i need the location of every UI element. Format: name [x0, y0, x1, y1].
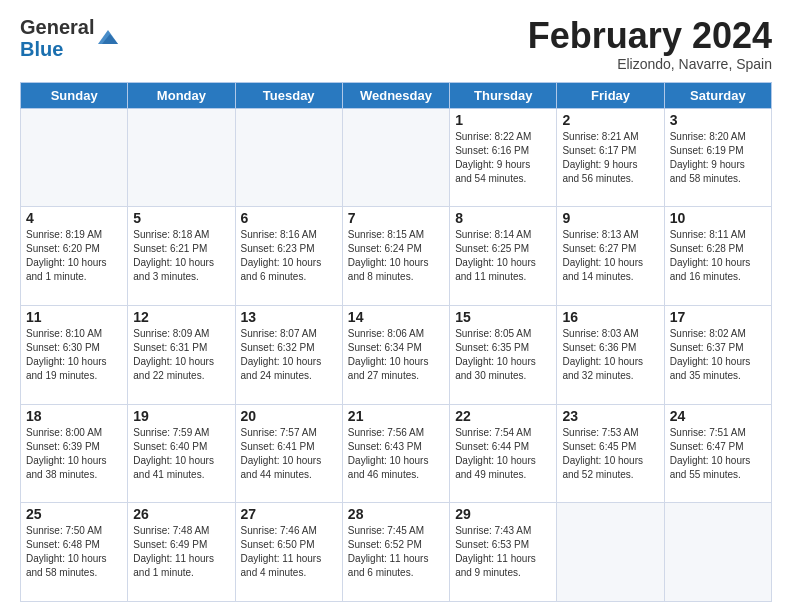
- day-number: 8: [455, 210, 551, 226]
- day-info: Sunrise: 7:59 AMSunset: 6:40 PMDaylight:…: [133, 426, 229, 482]
- calendar-table: Sunday Monday Tuesday Wednesday Thursday…: [20, 82, 772, 602]
- day-number: 23: [562, 408, 658, 424]
- header: General Blue February 2024 Elizondo, Nav…: [20, 16, 772, 72]
- calendar-header-row: Sunday Monday Tuesday Wednesday Thursday…: [21, 82, 772, 108]
- calendar-week-row: 11Sunrise: 8:10 AMSunset: 6:30 PMDayligh…: [21, 305, 772, 404]
- table-row: 18Sunrise: 8:00 AMSunset: 6:39 PMDayligh…: [21, 404, 128, 503]
- day-info: Sunrise: 8:16 AMSunset: 6:23 PMDaylight:…: [241, 228, 337, 284]
- table-row: 8Sunrise: 8:14 AMSunset: 6:25 PMDaylight…: [450, 207, 557, 306]
- day-info: Sunrise: 8:07 AMSunset: 6:32 PMDaylight:…: [241, 327, 337, 383]
- col-friday: Friday: [557, 82, 664, 108]
- day-info: Sunrise: 7:48 AMSunset: 6:49 PMDaylight:…: [133, 524, 229, 580]
- calendar-week-row: 18Sunrise: 8:00 AMSunset: 6:39 PMDayligh…: [21, 404, 772, 503]
- table-row: 23Sunrise: 7:53 AMSunset: 6:45 PMDayligh…: [557, 404, 664, 503]
- day-info: Sunrise: 8:13 AMSunset: 6:27 PMDaylight:…: [562, 228, 658, 284]
- table-row: 16Sunrise: 8:03 AMSunset: 6:36 PMDayligh…: [557, 305, 664, 404]
- day-number: 7: [348, 210, 444, 226]
- day-info: Sunrise: 8:11 AMSunset: 6:28 PMDaylight:…: [670, 228, 766, 284]
- day-info: Sunrise: 8:14 AMSunset: 6:25 PMDaylight:…: [455, 228, 551, 284]
- table-row: 28Sunrise: 7:45 AMSunset: 6:52 PMDayligh…: [342, 503, 449, 602]
- table-row: [342, 108, 449, 207]
- day-info: Sunrise: 8:21 AMSunset: 6:17 PMDaylight:…: [562, 130, 658, 186]
- table-row: 15Sunrise: 8:05 AMSunset: 6:35 PMDayligh…: [450, 305, 557, 404]
- table-row: 26Sunrise: 7:48 AMSunset: 6:49 PMDayligh…: [128, 503, 235, 602]
- day-number: 21: [348, 408, 444, 424]
- day-number: 4: [26, 210, 122, 226]
- day-info: Sunrise: 8:15 AMSunset: 6:24 PMDaylight:…: [348, 228, 444, 284]
- day-number: 20: [241, 408, 337, 424]
- day-info: Sunrise: 7:43 AMSunset: 6:53 PMDaylight:…: [455, 524, 551, 580]
- logo-text: General Blue: [20, 16, 94, 60]
- day-number: 22: [455, 408, 551, 424]
- table-row: [235, 108, 342, 207]
- table-row: 5Sunrise: 8:18 AMSunset: 6:21 PMDaylight…: [128, 207, 235, 306]
- day-info: Sunrise: 8:19 AMSunset: 6:20 PMDaylight:…: [26, 228, 122, 284]
- day-info: Sunrise: 8:03 AMSunset: 6:36 PMDaylight:…: [562, 327, 658, 383]
- logo-icon: [96, 26, 120, 50]
- table-row: 7Sunrise: 8:15 AMSunset: 6:24 PMDaylight…: [342, 207, 449, 306]
- day-info: Sunrise: 7:54 AMSunset: 6:44 PMDaylight:…: [455, 426, 551, 482]
- table-row: 25Sunrise: 7:50 AMSunset: 6:48 PMDayligh…: [21, 503, 128, 602]
- page: General Blue February 2024 Elizondo, Nav…: [0, 0, 792, 612]
- day-number: 26: [133, 506, 229, 522]
- day-number: 18: [26, 408, 122, 424]
- day-number: 5: [133, 210, 229, 226]
- col-tuesday: Tuesday: [235, 82, 342, 108]
- col-sunday: Sunday: [21, 82, 128, 108]
- table-row: [664, 503, 771, 602]
- logo: General Blue: [20, 16, 120, 60]
- day-info: Sunrise: 7:50 AMSunset: 6:48 PMDaylight:…: [26, 524, 122, 580]
- table-row: 11Sunrise: 8:10 AMSunset: 6:30 PMDayligh…: [21, 305, 128, 404]
- day-info: Sunrise: 8:18 AMSunset: 6:21 PMDaylight:…: [133, 228, 229, 284]
- table-row: [557, 503, 664, 602]
- day-number: 16: [562, 309, 658, 325]
- day-info: Sunrise: 8:09 AMSunset: 6:31 PMDaylight:…: [133, 327, 229, 383]
- day-number: 25: [26, 506, 122, 522]
- day-info: Sunrise: 8:06 AMSunset: 6:34 PMDaylight:…: [348, 327, 444, 383]
- table-row: 10Sunrise: 8:11 AMSunset: 6:28 PMDayligh…: [664, 207, 771, 306]
- table-row: 4Sunrise: 8:19 AMSunset: 6:20 PMDaylight…: [21, 207, 128, 306]
- day-number: 24: [670, 408, 766, 424]
- calendar-week-row: 25Sunrise: 7:50 AMSunset: 6:48 PMDayligh…: [21, 503, 772, 602]
- day-number: 1: [455, 112, 551, 128]
- table-row: 3Sunrise: 8:20 AMSunset: 6:19 PMDaylight…: [664, 108, 771, 207]
- day-number: 9: [562, 210, 658, 226]
- day-info: Sunrise: 8:05 AMSunset: 6:35 PMDaylight:…: [455, 327, 551, 383]
- table-row: 9Sunrise: 8:13 AMSunset: 6:27 PMDaylight…: [557, 207, 664, 306]
- location-subtitle: Elizondo, Navarre, Spain: [528, 56, 772, 72]
- table-row: 20Sunrise: 7:57 AMSunset: 6:41 PMDayligh…: [235, 404, 342, 503]
- table-row: 27Sunrise: 7:46 AMSunset: 6:50 PMDayligh…: [235, 503, 342, 602]
- day-number: 3: [670, 112, 766, 128]
- day-info: Sunrise: 7:46 AMSunset: 6:50 PMDaylight:…: [241, 524, 337, 580]
- table-row: 22Sunrise: 7:54 AMSunset: 6:44 PMDayligh…: [450, 404, 557, 503]
- col-thursday: Thursday: [450, 82, 557, 108]
- day-info: Sunrise: 7:57 AMSunset: 6:41 PMDaylight:…: [241, 426, 337, 482]
- day-info: Sunrise: 7:45 AMSunset: 6:52 PMDaylight:…: [348, 524, 444, 580]
- day-info: Sunrise: 7:51 AMSunset: 6:47 PMDaylight:…: [670, 426, 766, 482]
- day-number: 13: [241, 309, 337, 325]
- col-saturday: Saturday: [664, 82, 771, 108]
- day-number: 12: [133, 309, 229, 325]
- logo-blue: Blue: [20, 38, 63, 60]
- col-monday: Monday: [128, 82, 235, 108]
- day-info: Sunrise: 7:53 AMSunset: 6:45 PMDaylight:…: [562, 426, 658, 482]
- day-number: 6: [241, 210, 337, 226]
- day-info: Sunrise: 7:56 AMSunset: 6:43 PMDaylight:…: [348, 426, 444, 482]
- table-row: 12Sunrise: 8:09 AMSunset: 6:31 PMDayligh…: [128, 305, 235, 404]
- calendar-week-row: 1Sunrise: 8:22 AMSunset: 6:16 PMDaylight…: [21, 108, 772, 207]
- table-row: 1Sunrise: 8:22 AMSunset: 6:16 PMDaylight…: [450, 108, 557, 207]
- day-number: 27: [241, 506, 337, 522]
- day-info: Sunrise: 8:00 AMSunset: 6:39 PMDaylight:…: [26, 426, 122, 482]
- day-number: 17: [670, 309, 766, 325]
- table-row: 29Sunrise: 7:43 AMSunset: 6:53 PMDayligh…: [450, 503, 557, 602]
- logo-general: General: [20, 16, 94, 38]
- col-wednesday: Wednesday: [342, 82, 449, 108]
- title-area: February 2024 Elizondo, Navarre, Spain: [528, 16, 772, 72]
- day-number: 10: [670, 210, 766, 226]
- table-row: 21Sunrise: 7:56 AMSunset: 6:43 PMDayligh…: [342, 404, 449, 503]
- day-info: Sunrise: 8:20 AMSunset: 6:19 PMDaylight:…: [670, 130, 766, 186]
- table-row: 14Sunrise: 8:06 AMSunset: 6:34 PMDayligh…: [342, 305, 449, 404]
- table-row: 24Sunrise: 7:51 AMSunset: 6:47 PMDayligh…: [664, 404, 771, 503]
- day-number: 19: [133, 408, 229, 424]
- day-number: 28: [348, 506, 444, 522]
